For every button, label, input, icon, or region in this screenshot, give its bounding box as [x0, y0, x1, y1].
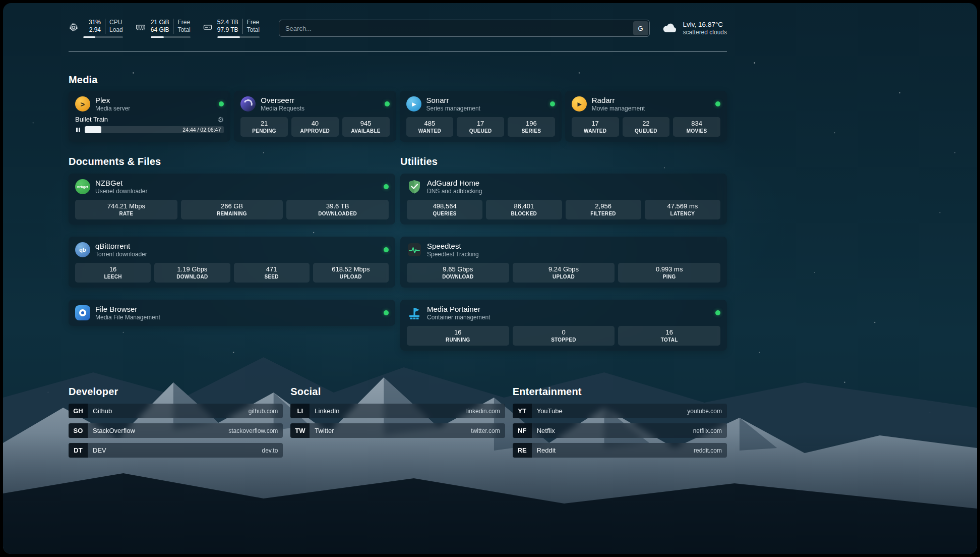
- stat-label: DOWNLOAD: [409, 273, 507, 280]
- speedtest-icon: [407, 242, 422, 257]
- pause-button[interactable]: [75, 128, 81, 132]
- stat-queued: 17 QUEUED: [457, 117, 504, 137]
- weather-location: Lviv, 16.87°C: [683, 20, 727, 29]
- playback-progress-bar[interactable]: 24:44 / 02:06:47: [85, 126, 224, 133]
- stat-latency: 47.569 ms LATENCY: [645, 200, 720, 219]
- app-card-radarr[interactable]: Radarr Movie management 17 WANTED 22 QUE…: [565, 91, 727, 142]
- bookmark-stackoverflow[interactable]: SO StackOverflow stackoverflow.com: [69, 423, 283, 438]
- stat-series: 196 SERIES: [508, 117, 555, 137]
- app-card-sonarr[interactable]: Sonarr Series management 485 WANTED 17 Q…: [400, 91, 562, 142]
- stat-label: LATENCY: [647, 210, 718, 217]
- stat-pending: 21 PENDING: [240, 117, 288, 137]
- stat-value: 16: [409, 328, 507, 337]
- stat-label: TOTAL: [620, 337, 718, 343]
- app-card-speedtest[interactable]: Speedtest Speedtest Tracking 9.65 Gbps D…: [400, 237, 727, 288]
- radarr-icon: [572, 96, 587, 112]
- ram-total-label: Total: [177, 26, 190, 34]
- bookmark-group-social: Social LI LinkedIn linkedin.com TW Twitt…: [290, 386, 505, 443]
- search-engine-button[interactable]: G: [633, 21, 648, 35]
- bookmark-dev[interactable]: DT DEV dev.to: [69, 443, 283, 458]
- bookmark-group-developer: Developer GH Github github.com SO StackO…: [69, 386, 283, 463]
- stat-label: QUEUED: [625, 128, 668, 134]
- stat-value: 471: [236, 265, 308, 273]
- stat-ping: 0.993 ms PING: [618, 263, 720, 283]
- bookmark-linkedin[interactable]: LI LinkedIn linkedin.com: [290, 404, 505, 418]
- overseerr-icon: [240, 96, 256, 112]
- app-name: Radarr: [592, 96, 645, 104]
- section-title-entertainment: Entertainment: [513, 386, 727, 398]
- app-card-filebrowser[interactable]: File Browser Media File Management: [69, 300, 395, 326]
- filebrowser-icon: [75, 305, 90, 320]
- bookmark-reddit[interactable]: RE Reddit reddit.com: [513, 443, 727, 458]
- weather-widget: Lviv, 16.87°C scattered clouds: [662, 20, 727, 36]
- stat-label: RATE: [77, 210, 175, 217]
- bookmark-github[interactable]: GH Github github.com: [69, 404, 283, 418]
- stat-label: LEECH: [77, 273, 149, 280]
- app-subtitle: Usenet downloader: [95, 188, 147, 195]
- stat-value: 16: [77, 265, 149, 273]
- bookmark-group-entertainment: Entertainment YT YouTube youtube.com NF …: [513, 386, 727, 463]
- section-title-utilities: Utilities: [400, 156, 727, 168]
- app-name: Sonarr: [426, 96, 480, 104]
- gear-icon[interactable]: [218, 116, 224, 123]
- disk-usage-bar: [217, 36, 260, 38]
- stat-download: 9.65 Gbps DOWNLOAD: [407, 263, 509, 283]
- app-subtitle: Media Requests: [261, 105, 304, 112]
- app-card-nzbget[interactable]: nzbget NZBGet Usenet downloader 744.21 M…: [69, 174, 395, 225]
- section-documents: Documents & Files nzbget NZBGet Usenet d…: [69, 156, 395, 338]
- stat-value: 16: [620, 328, 718, 337]
- disk-usage-widget: 52.4 TB 97.9 TB Free Total: [203, 19, 260, 38]
- app-card-plex[interactable]: Plex Media server Bullet Train 24:44: [69, 91, 230, 142]
- stat-queries: 498,564 QUERIES: [407, 200, 482, 219]
- stat-value: 498,564: [409, 202, 480, 210]
- stat-value: 22: [625, 119, 668, 128]
- bookmark-url: netflix.com: [693, 427, 722, 434]
- stat-label: RUNNING: [409, 337, 507, 343]
- dashboard-screen: 31% 2.94 CPU Load: [3, 3, 977, 554]
- adguard-shield-icon: [407, 179, 422, 194]
- sonarr-icon: [406, 96, 421, 112]
- app-card-adguard[interactable]: AdGuard Home DNS and adblocking 498,564 …: [400, 174, 727, 225]
- stat-value: 834: [675, 119, 718, 128]
- stat-label: STOPPED: [515, 337, 613, 343]
- plex-icon: [75, 96, 90, 112]
- stat-value: 196: [510, 119, 553, 128]
- bookmark-name: LinkedIn: [315, 407, 339, 415]
- stat-label: SEED: [236, 273, 308, 280]
- playback-progress-fill: [85, 126, 101, 133]
- status-online-dot: [384, 247, 389, 252]
- stat-movies: 834 MOVIES: [673, 117, 720, 137]
- bookmark-youtube[interactable]: YT YouTube youtube.com: [513, 404, 727, 418]
- app-card-portainer[interactable]: Media Portainer Container management 16 …: [400, 300, 727, 351]
- bookmark-netflix[interactable]: NF Netflix netflix.com: [513, 423, 727, 438]
- bookmark-abbr: GH: [69, 404, 88, 418]
- stat-label: UPLOAD: [515, 273, 613, 280]
- stat-upload: 618.52 Mbps UPLOAD: [313, 263, 389, 283]
- disk-free-label: Free: [247, 19, 260, 26]
- bookmark-twitter[interactable]: TW Twitter twitter.com: [290, 423, 505, 438]
- stat-value: 0: [515, 328, 613, 337]
- ram-usage-widget: 21 GiB 64 GiB Free Total: [135, 19, 191, 38]
- stat-value: 21: [242, 119, 286, 128]
- stat-label: PING: [620, 273, 718, 280]
- ram-usage-bar: [151, 36, 191, 38]
- app-subtitle: Torrent downloader: [95, 251, 147, 258]
- status-online-dot: [219, 101, 224, 106]
- app-name: Overseerr: [261, 96, 304, 104]
- bookmark-abbr: TW: [290, 423, 310, 438]
- stat-wanted: 17 WANTED: [572, 117, 619, 137]
- stat-value: 40: [293, 119, 337, 128]
- app-card-qbittorrent[interactable]: qb qBittorrent Torrent downloader 16 LEE…: [69, 237, 395, 288]
- stat-value: 17: [459, 119, 502, 128]
- stat-value: 39.6 TB: [288, 202, 387, 210]
- stat-label: WANTED: [574, 128, 617, 134]
- plex-player: 24:44 / 02:06:47: [75, 126, 224, 133]
- app-card-overseerr[interactable]: Overseerr Media Requests 21 PENDING 40 A…: [234, 91, 396, 142]
- app-subtitle: DNS and adblocking: [427, 188, 482, 195]
- stat-value: 744.21 Mbps: [77, 202, 175, 210]
- status-online-dot: [384, 184, 389, 189]
- search-input[interactable]: [279, 20, 650, 37]
- status-online-dot: [550, 101, 555, 106]
- section-title-documents: Documents & Files: [69, 156, 395, 168]
- stat-label: FILTERED: [568, 210, 639, 217]
